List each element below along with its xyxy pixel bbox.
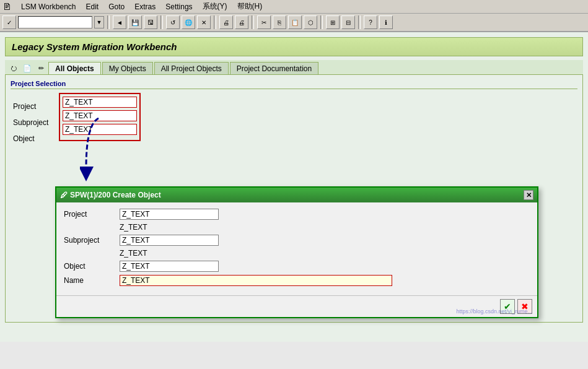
content-panel: Project Selection Project xyxy=(5,75,583,323)
print2-btn[interactable]: 🖨 xyxy=(235,15,248,29)
sep5 xyxy=(320,15,323,29)
back-btn[interactable]: ✓ xyxy=(2,15,16,29)
dialog-subproject-label: Subproject xyxy=(64,236,113,245)
tab-icon-doc[interactable]: 📄 xyxy=(21,63,33,74)
object-input[interactable] xyxy=(63,124,137,135)
project-row xyxy=(63,97,137,108)
subproject-input[interactable] xyxy=(63,110,137,121)
dialog-subproject-input[interactable] xyxy=(120,235,219,246)
copy2-btn[interactable]: ⬡ xyxy=(304,15,317,29)
sep1 xyxy=(107,15,110,29)
dialog-titlebar: 🖊 SPW(1)/200 Create Object ✕ xyxy=(56,188,537,202)
object-row xyxy=(63,124,137,135)
subproject-label: Subproject xyxy=(13,116,56,129)
dialog-subproject-row: Subproject xyxy=(64,235,530,246)
toolbar: ✓ ▼ ◄ 💾 🖫 ↺ 🌐 ✕ 🖨 🖨 ✂ ⎘ 📋 ⬡ ⊞ ⊟ ? ℹ xyxy=(0,14,588,32)
dialog-title: 🖊 SPW(1)/200 Create Object xyxy=(60,191,161,199)
sep3 xyxy=(214,15,216,29)
menu-settings[interactable]: Settings xyxy=(165,2,192,11)
tab-project-documentation[interactable]: Project Documentation xyxy=(230,62,318,74)
dialog-icon: 🖊 xyxy=(60,191,68,199)
toolbar-dropdown[interactable]: ▼ xyxy=(94,16,104,28)
watermark: https://blog.csdn.net/vi_rume... xyxy=(456,308,532,315)
main-area: Legacy System Migration Workbench ⭮ 📄 ✏ … xyxy=(0,32,588,342)
dialog-name-row: Name xyxy=(64,275,530,286)
dialog-subproject-name-value: Z_TEXT xyxy=(120,249,147,258)
info-btn[interactable]: ℹ xyxy=(379,15,393,29)
dialog: 🖊 SPW(1)/200 Create Object ✕ Project Z_T… xyxy=(55,186,538,318)
tab-icon-arrow[interactable]: ⭮ xyxy=(7,63,20,74)
dialog-body: Project Z_TEXT Subproject Z_TEXT xyxy=(56,202,537,295)
tab-icon-edit[interactable]: ✏ xyxy=(35,63,47,74)
dialog-title-text: SPW(1)/200 Create Object xyxy=(70,191,161,199)
project-label: Project xyxy=(13,100,56,113)
nav-back[interactable]: ◄ xyxy=(113,15,126,29)
dialog-name-label: Name xyxy=(64,276,113,285)
cut-btn[interactable]: ✂ xyxy=(257,15,271,29)
save-btn[interactable]: 💾 xyxy=(128,15,142,29)
section-label: Project Selection xyxy=(11,80,577,89)
dialog-project-label: Project xyxy=(64,210,113,219)
save2-btn[interactable]: 🖫 xyxy=(144,15,157,29)
dialog-object-input[interactable] xyxy=(120,261,219,272)
dialog-project-name-row: Z_TEXT xyxy=(64,223,530,232)
dialog-project-input[interactable] xyxy=(120,209,219,220)
paste-btn[interactable]: 📋 xyxy=(288,15,302,29)
project-input[interactable] xyxy=(63,97,137,108)
dialog-close-btn[interactable]: ✕ xyxy=(524,190,533,200)
menu-help[interactable]: 帮助(H) xyxy=(237,1,263,12)
toolbar-input[interactable] xyxy=(18,16,92,28)
menu-edit[interactable]: Edit xyxy=(86,2,99,11)
menu-icon: 🖹 xyxy=(2,2,11,12)
help-btn[interactable]: ? xyxy=(364,15,377,29)
object-label: Object xyxy=(13,132,56,145)
dialog-project-row: Project xyxy=(64,209,530,220)
tab-bar: ⭮ 📄 ✏ All Objects My Objects All Project… xyxy=(5,60,583,75)
menubar: 🖹 LSM Workbench Edit Goto Extras Setting… xyxy=(0,0,588,14)
stop-btn[interactable]: ✕ xyxy=(197,15,211,29)
menu-extras[interactable]: Extras xyxy=(134,2,156,11)
sep6 xyxy=(358,15,361,29)
sep2 xyxy=(160,15,163,29)
subproject-row xyxy=(63,110,137,121)
menu-lsm-workbench[interactable]: LSM Workbench xyxy=(21,2,76,11)
dialog-project-name-value: Z_TEXT xyxy=(120,223,147,232)
app-title: Legacy System Migration Workbench xyxy=(5,37,583,56)
print-btn[interactable]: 🖨 xyxy=(219,15,233,29)
dialog-subproject-name-row: Z_TEXT xyxy=(64,249,530,258)
copy-btn[interactable]: ⎘ xyxy=(273,15,286,29)
refresh-btn[interactable]: ↺ xyxy=(166,15,180,29)
dialog-object-row: Object xyxy=(64,261,530,272)
dialog-object-label: Object xyxy=(64,262,113,271)
tab-my-objects[interactable]: My Objects xyxy=(102,62,153,74)
web-btn[interactable]: 🌐 xyxy=(182,15,195,29)
grid2-btn[interactable]: ⊟ xyxy=(341,15,355,29)
tab-all-project-objects[interactable]: All Project Objects xyxy=(154,62,229,74)
menu-goto[interactable]: Goto xyxy=(108,2,125,11)
tab-all-objects[interactable]: All Objects xyxy=(48,62,101,74)
menu-system[interactable]: 系统(Y) xyxy=(203,1,227,12)
dialog-name-input[interactable] xyxy=(120,275,392,286)
grid-btn[interactable]: ⊞ xyxy=(326,15,340,29)
sep4 xyxy=(252,15,254,29)
